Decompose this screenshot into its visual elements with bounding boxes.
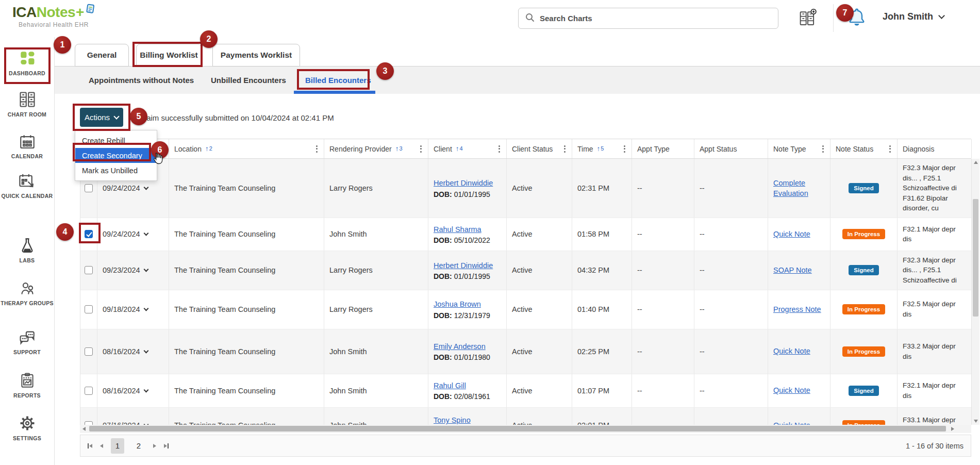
scroll-up-arrow-icon[interactable] bbox=[972, 159, 980, 166]
page-number-1[interactable]: 1 bbox=[111, 438, 124, 454]
note-type-link[interactable]: Quick Note bbox=[773, 385, 810, 395]
support-icon bbox=[0, 329, 54, 346]
column-menu-icon[interactable] bbox=[563, 143, 567, 155]
note-type-link[interactable]: Quick Note bbox=[773, 229, 810, 239]
client-link[interactable]: Rahul Gill bbox=[434, 380, 466, 391]
row-checkbox[interactable] bbox=[85, 266, 93, 274]
appt-status-cell: -- bbox=[694, 290, 768, 329]
page-number-2[interactable]: 2 bbox=[132, 438, 145, 454]
chevron-down-icon[interactable] bbox=[143, 267, 148, 272]
tab-billing-worklist[interactable]: Billing Worklist bbox=[136, 44, 202, 67]
client-cell: Tony SpinoDOB: 01/18/1955 bbox=[428, 408, 507, 425]
chevron-down-icon[interactable] bbox=[143, 306, 148, 311]
next-page-button[interactable] bbox=[153, 444, 156, 448]
previous-page-button[interactable] bbox=[100, 444, 103, 448]
search-input[interactable] bbox=[540, 14, 772, 23]
vertical-scrollbar-thumb[interactable] bbox=[973, 199, 978, 317]
note-type-link[interactable]: SOAP Note bbox=[773, 265, 812, 275]
row-checkbox[interactable] bbox=[85, 421, 93, 425]
tab-general[interactable]: General bbox=[75, 44, 129, 67]
chevron-down-icon[interactable] bbox=[143, 231, 148, 236]
column-menu-icon[interactable] bbox=[623, 143, 626, 155]
client-link[interactable]: Tony Spino bbox=[434, 415, 471, 425]
subtab-unbilled-encounters[interactable]: Unbilled Encounters bbox=[211, 67, 286, 94]
column-header-time[interactable]: Time↑5 bbox=[572, 139, 632, 158]
chevron-down-icon[interactable] bbox=[143, 185, 148, 190]
search-bar[interactable] bbox=[518, 8, 778, 29]
menu-item-mark-as-unbilled[interactable]: Mark as Unbilled bbox=[75, 163, 157, 178]
chevron-down-icon[interactable] bbox=[143, 387, 148, 392]
sidebar-item-therapy-groups[interactable]: THERAPY GROUPS bbox=[0, 280, 54, 307]
row-checkbox[interactable] bbox=[85, 347, 93, 356]
sidebar-item-chart-room[interactable]: CHART ROOM bbox=[0, 90, 54, 119]
chevron-down-icon[interactable] bbox=[143, 348, 148, 353]
horizontal-scrollbar-thumb[interactable] bbox=[89, 426, 946, 431]
user-menu[interactable]: John Smith bbox=[883, 11, 944, 22]
sidebar-item-quick-calendar[interactable]: QUICK CALENDAR bbox=[0, 172, 54, 200]
client-link[interactable]: Emily Anderson bbox=[434, 341, 486, 352]
column-header-rendering-provider[interactable]: Rendering Provider↑3 bbox=[324, 139, 428, 158]
column-header-appt-status[interactable]: Appt Status bbox=[694, 139, 768, 158]
column-header-client-status[interactable]: Client Status bbox=[507, 139, 572, 158]
column-header-note-status[interactable]: Note Status bbox=[830, 139, 898, 158]
column-label: Diagnosis bbox=[903, 145, 934, 153]
appt-status-cell: -- bbox=[694, 251, 768, 290]
sidebar-item-support[interactable]: SUPPORT bbox=[0, 329, 54, 356]
menu-item-create-secondary[interactable]: Create Secondary bbox=[75, 148, 157, 163]
note-type-link[interactable]: Progress Note bbox=[773, 304, 821, 314]
scroll-down-arrow-icon[interactable] bbox=[972, 418, 980, 425]
provider-cell: John Smith bbox=[324, 408, 428, 425]
appt-status-cell: -- bbox=[694, 408, 768, 425]
diagnosis-cell: F32.1 Major depr dis bbox=[898, 374, 971, 407]
column-menu-icon[interactable] bbox=[497, 143, 501, 155]
note-type-link[interactable]: Quick Note bbox=[773, 420, 810, 425]
sidebar: DASHBOARDCHART ROOMCALENDARQUICK CALENDA… bbox=[0, 37, 55, 465]
diagnosis-cell: F32.3 Major depr dis... , F25.1 Schizoaf… bbox=[898, 251, 971, 290]
scroll-left-arrow-icon[interactable] bbox=[80, 425, 88, 433]
sort-indicator[interactable]: ↑4 bbox=[456, 145, 463, 153]
sidebar-item-settings[interactable]: SETTINGS bbox=[0, 414, 54, 442]
client-link[interactable]: Joshua Brown bbox=[434, 299, 481, 309]
sidebar-item-labs[interactable]: LABS bbox=[0, 236, 54, 264]
scroll-right-arrow-icon[interactable] bbox=[949, 425, 957, 433]
horizontal-scrollbar[interactable] bbox=[80, 425, 971, 433]
column-header-note-type[interactable]: Note Type bbox=[768, 139, 830, 158]
note-type-cell: Progress Note bbox=[768, 290, 830, 329]
sidebar-item-reports[interactable]: REPORTS bbox=[0, 371, 54, 400]
row-checkbox[interactable] bbox=[85, 387, 93, 395]
annotation-step-3: 3 bbox=[376, 62, 394, 80]
note-type-link[interactable]: Complete Evaluation bbox=[773, 178, 825, 199]
column-header-diagnosis[interactable]: Diagnosis bbox=[898, 139, 972, 158]
column-menu-icon[interactable] bbox=[419, 143, 423, 155]
client-link[interactable]: Herbert Dinwiddie bbox=[434, 178, 493, 188]
sort-indicator[interactable]: ↑3 bbox=[395, 145, 403, 153]
sort-indicator[interactable]: ↑2 bbox=[205, 145, 212, 153]
note-type-link[interactable]: Quick Note bbox=[773, 346, 810, 356]
vertical-scrollbar[interactable] bbox=[971, 159, 979, 425]
row-checkbox[interactable] bbox=[85, 230, 93, 238]
subtab-billed-encounters[interactable]: Billed Encounters bbox=[305, 67, 371, 94]
sidebar-item-dashboard[interactable]: DASHBOARD bbox=[0, 49, 54, 77]
column-header-appt-type[interactable]: Appt Type bbox=[632, 139, 694, 158]
subtab-appointments-without-notes[interactable]: Appointments without Notes bbox=[89, 67, 194, 94]
table-row: 08/16/2024The Training Team CounselingJo… bbox=[80, 374, 971, 408]
provider-cell: John Smith bbox=[324, 374, 428, 407]
last-page-button[interactable] bbox=[164, 443, 169, 449]
menu-item-create-rebill[interactable]: Create Rebill bbox=[75, 133, 157, 148]
client-link[interactable]: Rahul Sharma bbox=[434, 224, 481, 235]
column-header-location[interactable]: Location↑2 bbox=[169, 139, 324, 158]
file-cabinet-plus-icon[interactable] bbox=[799, 8, 817, 30]
column-menu-icon[interactable] bbox=[888, 143, 892, 155]
actions-button[interactable]: Actions bbox=[80, 108, 123, 127]
column-menu-icon[interactable] bbox=[821, 143, 825, 155]
column-header-client[interactable]: Client↑4 bbox=[428, 139, 507, 158]
row-checkbox[interactable] bbox=[85, 184, 93, 192]
tab-payments-worklist[interactable]: Payments Worklist bbox=[212, 44, 300, 67]
column-menu-icon[interactable] bbox=[315, 143, 319, 155]
first-page-button[interactable] bbox=[88, 443, 92, 449]
sidebar-item-calendar[interactable]: CALENDAR bbox=[0, 133, 54, 160]
client-cell: Herbert DinwiddieDOB: 01/01/1995 bbox=[428, 159, 507, 218]
client-link[interactable]: Herbert Dinwiddie bbox=[434, 260, 493, 271]
row-checkbox[interactable] bbox=[85, 305, 93, 313]
sort-indicator[interactable]: ↑5 bbox=[597, 145, 604, 153]
